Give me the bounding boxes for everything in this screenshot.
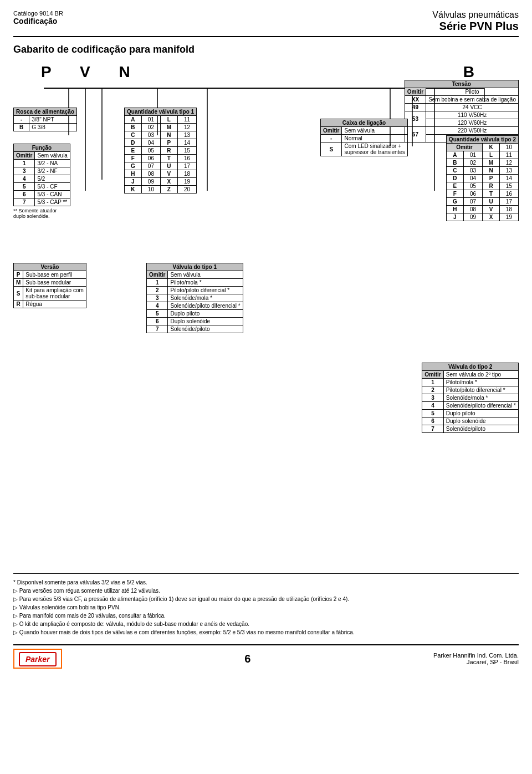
funcao-table: Função OmitirSem válvula 13/2 - NA 33/2 …: [13, 144, 70, 219]
note-5: ▷ Para manifold com mais de 20 válvulas,…: [13, 612, 519, 620]
tensao-table: Tensão OmitirPiloto XXSem bobina e sem c…: [405, 80, 519, 142]
tensao-header: Tensão: [405, 80, 518, 88]
valvula-tipo1-table: Válvula do tipo 1 OmitirSem válvula 1Pil…: [146, 263, 243, 333]
section-title: Gabarito de codificação para manifold: [13, 44, 519, 55]
caixa-ligacao-table: Caixa de ligação OmitirSem válvula -Norm…: [320, 119, 408, 156]
b-label: B: [463, 63, 474, 81]
qtd-tipo1-table: Quantidade válvula tipo 1 A01L11 B02M12 …: [124, 108, 197, 194]
series-title: Válvulas pneumáticas: [432, 10, 519, 20]
valvula-tipo2-table: Válvula do tipo 2 OmitirSem válvula do 2…: [422, 363, 519, 433]
footer-page: 6: [244, 653, 250, 665]
catalog-name: Catálogo 9014 BR: [13, 10, 63, 17]
rosca-table: Rosca de alimentação -3/8" NPT BG 3/8: [13, 108, 77, 131]
note-2: ▷ Para versões com régua somente utiliza…: [13, 587, 519, 595]
versao-table: Versão PSub-base em perfil MSub-base mod…: [13, 263, 86, 308]
header-right: Válvulas pneumáticas Série PVN Plus: [432, 10, 519, 33]
note-7: ▷ Quando houver mais de dois tipos de vá…: [13, 628, 519, 636]
note-6: ▷ O kit de ampliação é composto de: válv…: [13, 620, 519, 628]
qtd-tipo2-table: Quantidade válvula tipo 2 OmitirK10 A01L…: [446, 135, 519, 221]
page-container: Catálogo 9014 BR Codificação Válvulas pn…: [0, 0, 532, 774]
funcao-note: ** Somente atuadorduplo solenóide.: [13, 208, 70, 219]
header-left: Catálogo 9014 BR Codificação: [13, 10, 63, 26]
footer: Parker 6 Parker Hannifin Ind. Com. Ltda.…: [13, 644, 519, 669]
series-subtitle: Série PVN Plus: [432, 20, 519, 33]
bottom-notes: * Disponível somente para válvulas 3/2 v…: [13, 573, 519, 636]
footer-company: Parker Hannifin Ind. Com. Ltda. Jacareí,…: [433, 652, 519, 665]
pvn-label: P V N: [41, 63, 142, 81]
company-name: Parker Hannifin Ind. Com. Ltda.: [433, 652, 519, 659]
catalog-subtitle: Codificação: [13, 17, 63, 26]
footer-logo: Parker: [13, 649, 62, 669]
company-location: Jacareí, SP - Brasil: [433, 659, 519, 665]
header: Catálogo 9014 BR Codificação Válvulas pn…: [13, 10, 519, 37]
note-4: ▷ Válvulas solenóide com bobina tipo PVN…: [13, 603, 519, 612]
note-1: * Disponível somente para válvulas 3/2 v…: [13, 578, 519, 587]
note-3: ▷ Para versões 5/3 vias CF, a pressão de…: [13, 595, 519, 603]
diagram-container: P V N B: [13, 63, 519, 562]
